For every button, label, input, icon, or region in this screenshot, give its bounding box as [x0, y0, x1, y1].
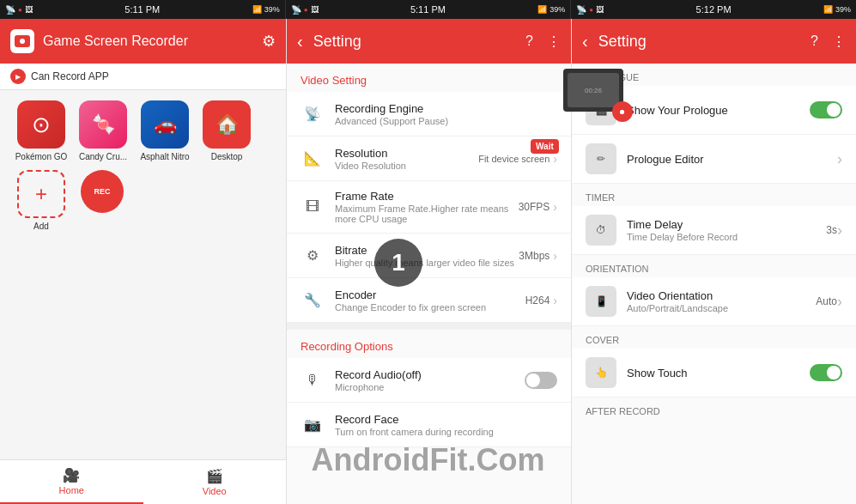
time-delay-content: Time Delay Time Delay Before Record	[627, 218, 826, 242]
video-orientation-title: Video Orientation	[627, 289, 816, 302]
show-prologue-content: Show Your Prologue	[627, 104, 810, 117]
can-record-icon: ▶	[10, 69, 26, 84]
resolution-title: Resolution	[335, 147, 478, 160]
after-record-section-title: After Record	[572, 398, 856, 420]
framerate-icon: 🎞	[301, 195, 325, 219]
resolution-item[interactable]: 📐 Resolution Video Resolution Fit device…	[287, 137, 571, 181]
framerate-title: Frame Rate	[335, 190, 519, 203]
nav-video-label: Video	[203, 486, 227, 496]
show-touch-item[interactable]: 👆 Show Touch	[572, 349, 856, 398]
encoder-icon: 🔧	[301, 288, 325, 313]
nav-home[interactable]: 🎥 Home	[0, 460, 143, 504]
battery-3: 39%	[835, 5, 851, 14]
help-icon[interactable]: ?	[525, 33, 533, 50]
bitrate-item[interactable]: ⚙ Bitrate Higher quality means larger vi…	[287, 234, 571, 278]
video-thumb-inner: 00:26	[568, 73, 619, 107]
rec-button[interactable]: REC	[81, 170, 124, 213]
show-touch-toggle[interactable]	[810, 364, 842, 381]
cast-icon-3: 📡	[576, 5, 586, 15]
video-orientation-content: Video Orientation Auto/Portrait/Landscap…	[627, 289, 816, 313]
rec-label: REC	[94, 187, 110, 196]
record-audio-toggle[interactable]	[525, 372, 557, 389]
recording-engine-title: Recording Engine	[335, 102, 557, 115]
video-orientation-item[interactable]: 📱 Video Orientation Auto/Portrait/Landsc…	[572, 277, 856, 326]
app-item-asphalt[interactable]: 🚗 Asphalt Nitro	[134, 100, 196, 161]
cover-section-title: Cover	[572, 326, 856, 349]
panel1-header: Game Screen Recorder ⚙	[0, 19, 286, 64]
can-record-bar: ▶ Can Record APP	[0, 64, 286, 90]
recording-engine-icon: 📡	[301, 102, 325, 126]
divider-1	[287, 323, 571, 330]
framerate-item[interactable]: 🎞 Frame Rate Maximum Frame Rate.Higher r…	[287, 181, 571, 234]
record-audio-item[interactable]: 🎙 Record Audio(off) Microphone	[287, 358, 571, 403]
app-logo	[10, 29, 34, 53]
status-right-1: 📶 39%	[252, 5, 280, 14]
panel3-header-icons: ? ⋮	[810, 33, 846, 50]
status-section-2: 📡 ● 🖼 5:11 PM 📶 39%	[286, 0, 572, 19]
app-item-desktop[interactable]: 🏠 Desktop	[196, 100, 258, 161]
resolution-content: Resolution Video Resolution	[335, 147, 478, 171]
bitrate-title: Bitrate	[335, 244, 519, 257]
time-delay-subtitle: Time Delay Before Record	[627, 232, 826, 242]
show-touch-icon: 👆	[586, 357, 616, 388]
nav-video[interactable]: 🎬 Video	[143, 460, 287, 504]
rec-icon: ●	[18, 6, 22, 14]
video-section-title: Video Setting	[287, 64, 571, 92]
timer-section-title: Timer	[572, 184, 856, 206]
time-delay-val: 3s	[826, 224, 837, 236]
recording-engine-content: Recording Engine Advanced (Support Pause…	[335, 102, 557, 126]
rec-icon-3: ●	[589, 6, 593, 14]
time-delay-value: 3s ›	[826, 222, 842, 240]
bitrate-content: Bitrate Higher quality means larger vide…	[335, 244, 519, 268]
img-icon: 🖼	[25, 5, 33, 14]
back-button[interactable]: ‹	[297, 32, 303, 52]
panel3-back-button[interactable]: ‹	[582, 32, 588, 52]
rec-icon-2: ●	[304, 6, 308, 14]
status-icons-2: 📡 ● 🖼	[291, 5, 319, 15]
video-orientation-value: Auto ›	[816, 293, 842, 311]
add-app-item[interactable]: + Add	[10, 170, 72, 231]
encoder-item[interactable]: 🔧 Encoder Change Encoder to fix green sc…	[287, 278, 571, 323]
prologue-editor-item[interactable]: ✏ Prologue Editor ›	[572, 135, 856, 184]
app-label-asphalt: Asphalt Nitro	[140, 152, 189, 161]
nav-home-label: Home	[59, 485, 84, 495]
prologue-editor-content: Prologue Editor	[627, 153, 837, 166]
toggle-thumb	[526, 373, 540, 387]
record-face-content: Record Face Turn on front camera during …	[335, 413, 557, 437]
app-item-candy[interactable]: 🍬 Candy Cru...	[72, 100, 134, 161]
app-label-pokemon: Pokémon GO	[15, 152, 68, 161]
record-audio-icon: 🎙	[301, 368, 325, 392]
encoder-content: Encoder Change Encoder to fix green scre…	[335, 288, 525, 313]
signal-icon-2: 📶	[537, 5, 547, 14]
logo-dot	[20, 39, 25, 44]
panel3-scroll[interactable]: Prologue 🎬 Show Your Prologue ✏ Prologue…	[572, 64, 856, 504]
settings-gear-icon[interactable]: ⚙	[262, 32, 276, 51]
status-time-2: 5:11 PM	[410, 4, 446, 15]
prologue-editor-title: Prologue Editor	[627, 153, 837, 166]
settings-scroll[interactable]: Video Setting 📡 Recording Engine Advance…	[287, 64, 571, 504]
framerate-chevron: ›	[553, 200, 557, 214]
recording-engine-item[interactable]: 📡 Recording Engine Advanced (Support Pau…	[287, 92, 571, 137]
panel3-more-icon[interactable]: ⋮	[832, 33, 846, 50]
show-touch-content: Show Touch	[627, 367, 810, 380]
app-icon-candy: 🍬	[79, 100, 127, 149]
show-prologue-toggle[interactable]	[810, 101, 842, 118]
wait-badge: Wait	[531, 139, 559, 154]
encoder-chevron: ›	[553, 294, 557, 307]
app-item-pokemon[interactable]: ⊙ Pokémon GO	[10, 100, 72, 161]
status-right-2: 📶 39%	[537, 5, 565, 14]
status-right-3: 📶 39%	[823, 5, 851, 14]
app-label-desktop: Desktop	[211, 152, 243, 161]
home-icon: 🎥	[63, 467, 80, 483]
record-face-item[interactable]: 📷 Record Face Turn on front camera durin…	[287, 403, 571, 447]
rec-button-area: REC	[72, 170, 124, 240]
record-audio-content: Record Audio(off) Microphone	[335, 368, 525, 392]
time-delay-item[interactable]: ⏱ Time Delay Time Delay Before Record 3s…	[572, 206, 856, 255]
encoder-subtitle: Change Encoder to fix green screen	[335, 302, 525, 313]
panel3-help-icon[interactable]: ?	[810, 33, 818, 50]
add-box[interactable]: +	[17, 170, 65, 218]
framerate-value: 30FPS ›	[519, 200, 557, 214]
signal-icon-3: 📶	[823, 5, 833, 14]
more-icon[interactable]: ⋮	[547, 33, 561, 50]
time-delay-chevron: ›	[837, 222, 842, 240]
